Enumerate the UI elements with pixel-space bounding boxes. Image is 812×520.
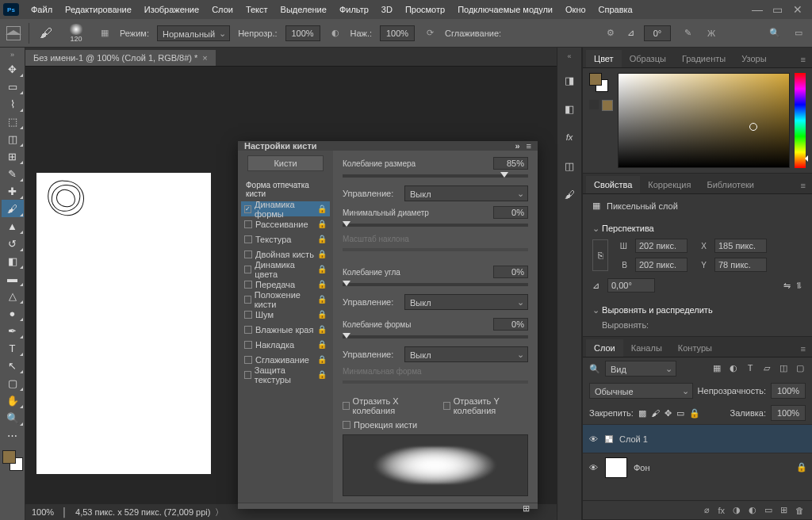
option-checkbox[interactable] [244,205,251,213]
angle-input[interactable]: 0° [644,25,671,41]
menu-item[interactable]: Справка [593,2,638,17]
menu-item[interactable]: Редактирование [59,2,137,17]
panel-menu-icon[interactable]: ≡ [795,178,812,193]
option-checkbox[interactable] [244,371,251,379]
transform-section[interactable]: Перспектива [592,219,802,239]
brush-option-row[interactable]: Динамика цвета🔒 [241,262,330,277]
tab-channels[interactable]: Каналы [623,339,670,357]
hue-slider[interactable] [795,73,806,168]
expand-icon[interactable]: « [557,52,581,60]
history-panel-icon[interactable]: ◨ [561,71,578,89]
angle-jitter-input[interactable]: 0% [493,266,528,278]
adjustment-icon[interactable]: ◐ [749,505,756,515]
min-diameter-slider[interactable] [343,224,528,227]
panel-menu-icon[interactable]: ≡ [795,341,812,357]
menu-item[interactable]: Подключаемые модули [452,2,558,17]
gradient-tool[interactable]: ▬ [2,270,24,287]
control-select[interactable]: Выкл [404,346,528,362]
opacity-input[interactable]: 100% [285,25,320,41]
control-select[interactable]: Выкл [404,294,528,310]
brush-option-row[interactable]: Шум🔒 [241,307,330,322]
adjustments-panel-icon[interactable]: ◧ [561,100,578,117]
filter-smart-icon[interactable]: ◫ [778,363,789,374]
option-checkbox[interactable] [244,356,252,364]
filter-type-icon[interactable]: T [745,363,756,374]
layer-name[interactable]: Фон [634,463,650,472]
edit-toolbar[interactable]: ⋯ [2,426,24,444]
filter-adjust-icon[interactable]: ◐ [728,363,739,374]
move-tool[interactable]: ✥ [2,60,24,78]
pressure-size-icon[interactable]: ✎ [680,26,695,40]
flip-v-icon[interactable]: ⥮ [795,281,802,291]
lock-icon[interactable]: 🔒 [317,310,327,319]
canvas[interactable] [36,173,211,474]
brush-option-row[interactable]: Текстура🔒 [241,231,330,247]
lock-icon[interactable]: 🔒 [317,355,327,364]
size-jitter-input[interactable]: 85% [493,157,528,170]
height-input[interactable]: 202 пикс. [635,258,688,272]
brush-option-row[interactable]: Рассеивание🔒 [241,216,330,231]
brush-preset-picker[interactable]: 120 [63,22,90,44]
option-checkbox[interactable] [244,220,252,228]
crop-tool[interactable]: ◫ [2,130,24,147]
collapse-icon[interactable]: » [515,141,519,151]
brush-panel-icon[interactable]: ▦ [98,26,112,40]
lock-position-icon[interactable]: ✥ [665,408,672,419]
lock-icon[interactable]: 🔒 [317,370,327,379]
mini-swatch[interactable] [602,100,613,111]
brush-option-row[interactable]: Защита текстуры🔒 [241,367,330,382]
lock-all-icon[interactable]: 🔒 [689,408,700,419]
menu-item[interactable]: Окно [560,2,592,17]
shape-tool[interactable]: ▢ [2,374,24,392]
layer-name[interactable]: Слой 1 [619,434,648,444]
expand-icon[interactable]: » [1,51,25,60]
fg-bg-swatch[interactable] [589,73,608,92]
tab-properties[interactable]: Свойства [586,176,640,193]
tab-gradients[interactable]: Градиенты [674,50,733,67]
lock-icon[interactable]: 🔒 [317,265,327,273]
menu-item[interactable]: Слои [206,2,239,17]
roundness-jitter-slider[interactable] [343,335,528,338]
visibility-icon[interactable]: 👁 [588,463,599,472]
zoom-tool[interactable]: 🔍 [2,409,24,426]
group-icon[interactable]: ▭ [764,505,772,515]
close-icon[interactable]: × [202,53,207,63]
eraser-tool[interactable]: ◧ [2,252,24,270]
tab-layers[interactable]: Слои [586,339,623,357]
min-diameter-input[interactable]: 0% [493,206,528,219]
frame-tool[interactable]: ⊞ [2,147,24,165]
color-picker[interactable] [618,73,790,168]
layer-thumb[interactable] [605,457,627,478]
lock-icon[interactable]: 🔒 [317,280,327,289]
panel-menu-icon[interactable]: ≡ [527,141,531,151]
align-section[interactable]: Выровнять и распределить [592,300,802,320]
tab-paths[interactable]: Контуры [670,339,720,357]
blur-tool[interactable]: △ [2,287,24,304]
option-checkbox[interactable] [244,235,252,243]
brush-option-row[interactable]: Накладка🔒 [241,337,330,352]
type-tool[interactable]: T [2,339,24,357]
flip-y-checkbox[interactable] [443,402,450,410]
fill-input[interactable]: 100% [771,405,806,421]
roundness-jitter-input[interactable]: 0% [493,318,528,331]
window-close-icon[interactable]: ✕ [793,5,802,14]
brush-projection-checkbox[interactable] [343,421,350,429]
color-swatch[interactable] [2,450,23,471]
home-icon[interactable] [6,26,21,40]
angle-jitter-slider[interactable] [343,283,528,286]
menu-item[interactable]: Выделение [275,2,332,17]
filter-toggle[interactable]: ▢ [795,363,806,374]
brush-tool-icon[interactable]: 🖌 [37,25,55,42]
tab-swatches[interactable]: Образцы [622,50,674,67]
menu-item[interactable]: Фильтр [334,2,374,17]
lock-artboard-icon[interactable]: ▭ [676,408,684,419]
menu-item[interactable]: Файл [25,2,58,17]
window-minimize-icon[interactable]: — [752,5,761,14]
styles-panel-icon[interactable]: fx [561,128,578,146]
menu-item[interactable]: 3D [376,2,398,17]
symmetry-icon[interactable]: Ж [704,26,718,40]
rotation-input[interactable]: 0,00° [607,278,655,292]
lock-icon[interactable]: 🔒 [317,295,327,304]
gear-icon[interactable]: ⚙ [603,26,618,40]
blend-mode-select[interactable]: Обычные [589,383,693,399]
